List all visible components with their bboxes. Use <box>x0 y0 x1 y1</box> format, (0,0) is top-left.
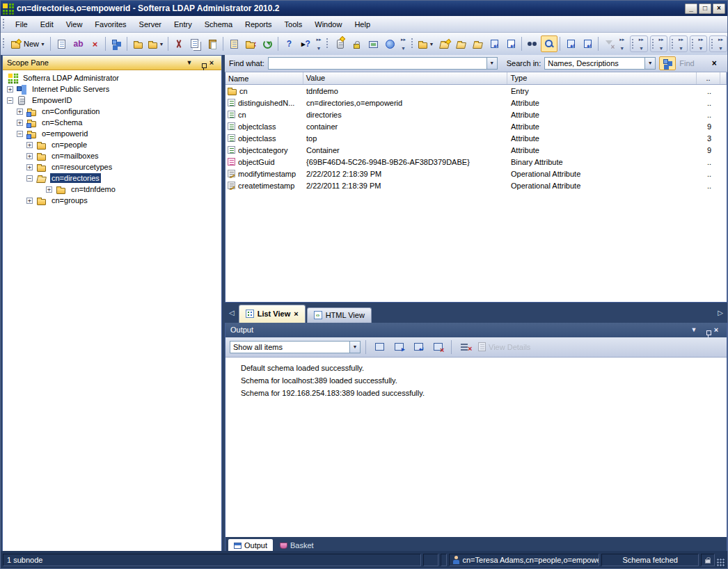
delete-entry-button[interactable]: × <box>242 35 259 52</box>
expander-icon[interactable]: + <box>7 86 13 93</box>
minimize-button[interactable]: _ <box>685 3 697 14</box>
paste-button[interactable] <box>204 35 221 52</box>
expander-icon[interactable]: − <box>17 131 23 137</box>
menu-tools[interactable]: Tools <box>278 18 309 31</box>
expander-icon[interactable]: + <box>26 164 33 170</box>
menu-help[interactable]: Help <box>348 18 377 31</box>
list-row-objectguid[interactable]: objectGuid {69BF46D4-5C26-994B-9B26-AF38… <box>225 156 727 168</box>
browse-url-button[interactable] <box>382 35 399 52</box>
column-header-extra[interactable]: .. <box>697 72 720 84</box>
tree-item-o-empowerid[interactable]: − o=empowerid <box>3 128 221 139</box>
edit-entry-button[interactable] <box>53 35 70 52</box>
paste-dn-button[interactable] <box>562 35 579 52</box>
tree-item-cn-groups[interactable]: + cn=groups <box>3 195 221 206</box>
expander-icon[interactable]: + <box>26 153 33 159</box>
expander-icon[interactable]: + <box>46 186 52 193</box>
monitor-button[interactable] <box>365 35 382 52</box>
menu-window[interactable]: Window <box>308 18 348 31</box>
output-dropdown-button[interactable]: ▼ <box>688 326 699 333</box>
tree-item-cn-configuration[interactable]: + cn=Configuration <box>3 106 221 117</box>
tab-html-view[interactable]: ‹› HTML View <box>307 307 372 323</box>
copy-button[interactable] <box>187 35 204 52</box>
scope-close-button[interactable]: × <box>206 58 217 67</box>
new-profile-button[interactable] <box>332 35 349 52</box>
expander-icon[interactable]: + <box>17 120 23 126</box>
search-in-dropdown-icon[interactable]: ▼ <box>644 58 655 69</box>
context-help-button[interactable]: ▸? <box>297 35 314 52</box>
profile-settings-button[interactable] <box>469 35 486 52</box>
view-details-button[interactable]: View Details <box>476 339 532 355</box>
menu-view[interactable]: View <box>60 18 89 31</box>
list-row-cn-entry[interactable]: cn tdnfdemo Entry .. <box>225 85 727 97</box>
menu-edit[interactable]: Edit <box>34 18 60 31</box>
tab-list-view[interactable]: List View × <box>239 305 306 323</box>
tree-item-cn-mailboxes[interactable]: + cn=mailboxes <box>3 150 221 161</box>
paste-dn-quoted-button[interactable] <box>579 35 596 52</box>
menu-reports[interactable]: Reports <box>239 18 278 31</box>
resize-grip[interactable] <box>717 559 725 567</box>
search-in-combo[interactable]: Names, Descriptions ▼ <box>544 57 656 70</box>
toolbar-stub-2[interactable]: ▸▸▼ <box>650 35 668 52</box>
list-row-modifytimestamp[interactable]: modifytimestamp 2/22/2012 2:18:39 PM Ope… <box>225 168 727 179</box>
toolbar-grip-2[interactable] <box>326 38 329 49</box>
list-row-objectclass-container[interactable]: objectclass container Attribute 9 <box>225 120 727 132</box>
menu-file[interactable]: File <box>9 18 34 31</box>
edit-profile-button[interactable] <box>452 35 469 52</box>
help-button[interactable]: ? <box>280 35 297 52</box>
toolbar-stub-1[interactable]: ▸▸▼ <box>630 35 648 52</box>
clear-all-button[interactable]: × <box>457 339 473 355</box>
find-button[interactable]: Find <box>679 59 694 67</box>
toolbar-overflow-2[interactable]: ▸▸▼ <box>399 35 408 52</box>
list-row-objectcategory[interactable]: objectcategory Container Attribute 9 <box>225 144 727 156</box>
close-button[interactable]: × <box>713 3 725 14</box>
properties-button[interactable] <box>225 35 242 52</box>
delete-button[interactable]: × <box>86 35 103 52</box>
tab-basket[interactable]: Basket <box>274 539 319 552</box>
find-what-dropdown-icon[interactable]: ▼ <box>486 58 497 69</box>
output-filter-combo[interactable]: Show all items ▼ <box>230 341 361 353</box>
tab-output[interactable]: Output <box>228 539 273 552</box>
column-header-value[interactable]: Value <box>303 72 508 84</box>
menu-schema[interactable]: Schema <box>198 18 239 31</box>
toolbar-overflow-3[interactable]: ▸▸▼ <box>617 35 626 52</box>
refresh-button[interactable] <box>259 35 276 52</box>
expander-icon[interactable]: + <box>17 109 23 115</box>
maximize-button[interactable]: □ <box>699 3 711 14</box>
output-close-button[interactable]: × <box>711 326 722 334</box>
new-button[interactable]: New ▼ <box>8 35 48 52</box>
delete-message-button[interactable]: × <box>429 339 446 355</box>
next-message-button[interactable]: ▸ <box>390 339 407 355</box>
tab-scroll-left-button[interactable]: ◁ <box>226 309 237 316</box>
expander-icon[interactable]: + <box>26 198 33 204</box>
clear-filter-button[interactable] <box>601 35 617 52</box>
export-button[interactable] <box>486 35 503 52</box>
tree-item-root[interactable]: Softerra LDAP Administrator <box>3 72 221 83</box>
rename-button[interactable]: ab <box>70 35 86 52</box>
new-window-button[interactable] <box>503 35 519 52</box>
tree-item-cn-tdnfdemo[interactable]: + cn=tdnfdemo <box>3 184 221 195</box>
tree-item-cn-resourcetypes[interactable]: + cn=resourcetypes <box>3 161 221 173</box>
move-entry-button[interactable] <box>129 35 146 52</box>
quick-search-button[interactable] <box>541 35 557 52</box>
toolbar-stub-3[interactable]: ▸▸▼ <box>670 35 688 52</box>
directory-folder-button[interactable]: ▼ <box>416 35 436 52</box>
search-button[interactable] <box>524 35 541 52</box>
toolbar-grip-3[interactable] <box>411 38 413 49</box>
scope-dropdown-button[interactable]: ▼ <box>184 59 195 66</box>
open-profile-button[interactable] <box>436 35 452 52</box>
menu-entry[interactable]: Entry <box>168 18 198 31</box>
expander-icon[interactable]: − <box>7 97 13 104</box>
list-row-createtimestamp[interactable]: createtimestamp 2/22/2011 2:18:39 PM Ope… <box>225 179 727 191</box>
tree-item-cn-schema[interactable]: + cn=Schema <box>3 117 221 128</box>
tree-item-cn-directories[interactable]: − cn=directories <box>3 173 221 184</box>
output-filter-dropdown-icon[interactable]: ▼ <box>349 342 360 353</box>
prev-message-button[interactable]: ↵ <box>410 339 427 355</box>
show-output-button[interactable] <box>371 339 388 355</box>
find-what-input[interactable] <box>269 58 486 69</box>
toolbar-grip-1[interactable] <box>3 38 5 49</box>
menu-favorites[interactable]: Favorites <box>88 18 132 31</box>
list-row-distinguishedname[interactable]: distinguishedN... cn=directories,o=empow… <box>225 97 727 109</box>
browse-directory-button[interactable] <box>108 35 125 52</box>
add-favorite-button[interactable]: ▼ <box>146 35 166 52</box>
column-header-name[interactable]: Name <box>225 72 303 84</box>
